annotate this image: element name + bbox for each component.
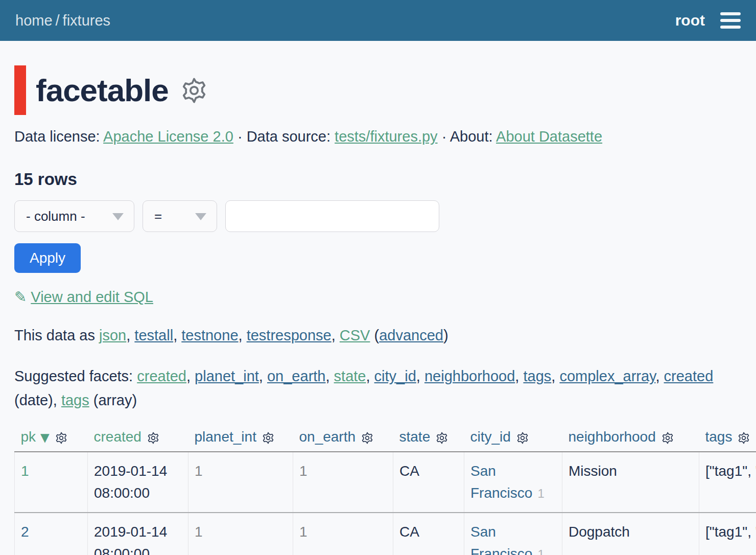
cell-on-earth: 1 — [293, 452, 393, 513]
facet-gear-icon[interactable] — [661, 431, 674, 445]
static-text: , — [332, 327, 340, 343]
column-header-city-id: city_id — [464, 427, 562, 452]
cell-value: Dogpatch — [569, 524, 630, 540]
static-text: (date), — [14, 392, 61, 408]
static-text: , — [239, 327, 247, 343]
fk-id-badge: 1 — [537, 547, 544, 555]
testresponse-link[interactable]: testresponse — [247, 327, 332, 343]
filter-column-select[interactable]: - column - — [14, 200, 134, 232]
cell-value: 1 — [195, 524, 203, 540]
static-text: , — [259, 368, 267, 384]
chevron-down-icon — [112, 213, 124, 220]
cell-link[interactable]: 1 — [21, 463, 29, 479]
testnone-link[interactable]: testnone — [181, 327, 238, 343]
column-link-on-earth[interactable]: on_earth — [299, 429, 356, 445]
column-header-planet-int: planet_int — [188, 427, 293, 452]
state-link[interactable]: state — [334, 368, 366, 384]
apply-button[interactable]: Apply — [14, 243, 81, 273]
column-link-pk[interactable]: pk — [21, 429, 36, 445]
cell-created: 2019-01-14 08:00:00 — [88, 513, 188, 555]
neighborhood-link[interactable]: neighborhood — [424, 368, 515, 384]
cell-tags: ["tag1", "tag2"] — [699, 452, 756, 513]
cell-link[interactable]: 2 — [21, 524, 29, 540]
column-header-tags: tags — [699, 427, 756, 452]
static-text: , — [655, 368, 664, 384]
facet-gear-icon[interactable] — [516, 431, 529, 445]
menu-icon[interactable] — [720, 10, 741, 31]
cell-city-id: San Francisco1 — [464, 452, 562, 513]
breadcrumb-fixtures[interactable]: fixtures — [63, 12, 110, 29]
city-id-link[interactable]: city_id — [374, 368, 416, 384]
static-text: , — [515, 368, 523, 384]
title-accent-bar — [14, 65, 26, 115]
static-text: · Data source: — [233, 128, 335, 145]
static-text: ( — [370, 327, 379, 343]
facet-gear-icon[interactable] — [737, 431, 750, 445]
static-text: , — [126, 327, 134, 343]
cell-pk: 2 — [15, 513, 88, 555]
cell-on-earth: 1 — [293, 513, 393, 555]
fk-id-badge: 1 — [537, 487, 544, 500]
filter-value-input[interactable] — [225, 200, 439, 232]
advanced-link[interactable]: advanced — [379, 327, 443, 343]
tags-link[interactable]: tags — [523, 368, 551, 384]
facet-gear-icon[interactable] — [361, 431, 374, 445]
facet-gear-icon[interactable] — [55, 431, 68, 445]
column-link-planet-int[interactable]: planet_int — [195, 429, 256, 445]
table-row: 12019-01-14 08:00:0011CASan Francisco1Mi… — [15, 452, 756, 513]
cell-state: CA — [393, 513, 464, 555]
static-text: , — [551, 368, 559, 384]
column-header-on-earth: on_earth — [293, 427, 393, 452]
complex-array-link[interactable]: complex_array — [559, 368, 655, 384]
cell-planet-int: 1 — [188, 513, 293, 555]
results-table: pk▼createdplanet_inton_earthstatecity_id… — [14, 427, 756, 555]
cell-neighborhood: Dogpatch — [562, 513, 699, 555]
cell-value: 1 — [299, 524, 308, 540]
column-link-tags[interactable]: tags — [705, 429, 733, 445]
cell-value: ["tag1", "tag2"] — [705, 463, 756, 479]
cell-planet-int: 1 — [188, 452, 293, 513]
column-link-created[interactable]: created — [94, 429, 141, 445]
cell-value: CA — [399, 524, 419, 540]
facet-gear-icon[interactable] — [262, 431, 275, 445]
filter-operator-value: = — [154, 209, 162, 224]
tags-link[interactable]: tags — [61, 392, 89, 408]
cell-tags: ["tag1", "tag3"] — [699, 513, 756, 555]
view-edit-sql-link[interactable]: View and edit SQL — [31, 289, 153, 305]
static-text: · About: — [438, 128, 496, 145]
facet-gear-icon[interactable] — [147, 431, 160, 445]
column-link-state[interactable]: state — [399, 429, 431, 445]
cell-value: ["tag1", "tag3"] — [705, 524, 756, 540]
column-header-created: created — [88, 427, 188, 452]
planet-int-link[interactable]: planet_int — [195, 368, 259, 384]
created-link[interactable]: created — [137, 368, 186, 384]
static-text: ) — [443, 327, 448, 343]
static-text: , — [173, 327, 181, 343]
chevron-down-icon — [195, 213, 206, 220]
cell-link[interactable]: San Francisco — [470, 524, 532, 555]
topbar-right: root — [675, 10, 741, 31]
cell-value: 2019-01-14 08:00:00 — [94, 524, 167, 555]
column-link-city-id[interactable]: city_id — [470, 429, 511, 445]
testall-link[interactable]: testall — [134, 327, 173, 343]
column-link-neighborhood[interactable]: neighborhood — [569, 429, 656, 445]
cell-link[interactable]: San Francisco — [470, 463, 532, 501]
logged-in-user[interactable]: root — [675, 12, 705, 29]
csv-link[interactable]: CSV — [340, 327, 370, 343]
apache-license-2-0-link[interactable]: Apache License 2.0 — [103, 128, 233, 145]
export-links-line: This data as json, testall, testnone, te… — [14, 327, 742, 344]
static-text: , — [416, 368, 424, 384]
table-settings-gear-icon[interactable] — [180, 76, 208, 105]
tests-fixtures-py-link[interactable]: tests/fixtures.py — [335, 128, 437, 145]
filter-operator-select[interactable]: = — [143, 200, 217, 232]
on-earth-link[interactable]: on_earth — [267, 368, 326, 384]
created-link[interactable]: created — [664, 368, 714, 384]
about-datasette-link[interactable]: About Datasette — [496, 128, 602, 145]
column-header-state: state — [393, 427, 464, 452]
json-link[interactable]: json — [99, 327, 126, 343]
facet-gear-icon[interactable] — [435, 431, 448, 445]
breadcrumb-home[interactable]: home — [15, 12, 53, 29]
table-row: 22019-01-14 08:00:0011CASan Francisco1Do… — [15, 513, 756, 555]
static-text: Data license: — [14, 128, 103, 145]
cell-value: 2019-01-14 08:00:00 — [94, 463, 167, 501]
